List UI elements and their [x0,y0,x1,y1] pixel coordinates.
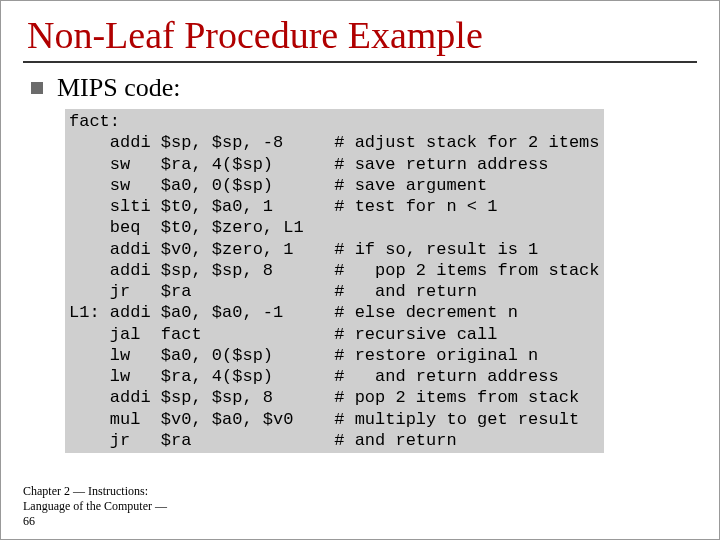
slide: Non-Leaf Procedure Example MIPS code: fa… [0,0,720,540]
subheading: MIPS code: [57,73,181,103]
page-title: Non-Leaf Procedure Example [27,13,697,57]
bullet-row: MIPS code: [31,73,697,103]
title-rule [23,61,697,63]
slide-footer: Chapter 2 — Instructions: Language of th… [23,484,167,529]
square-bullet-icon [31,82,43,94]
mips-code-block: fact: addi $sp, $sp, -8 # adjust stack f… [65,109,604,453]
